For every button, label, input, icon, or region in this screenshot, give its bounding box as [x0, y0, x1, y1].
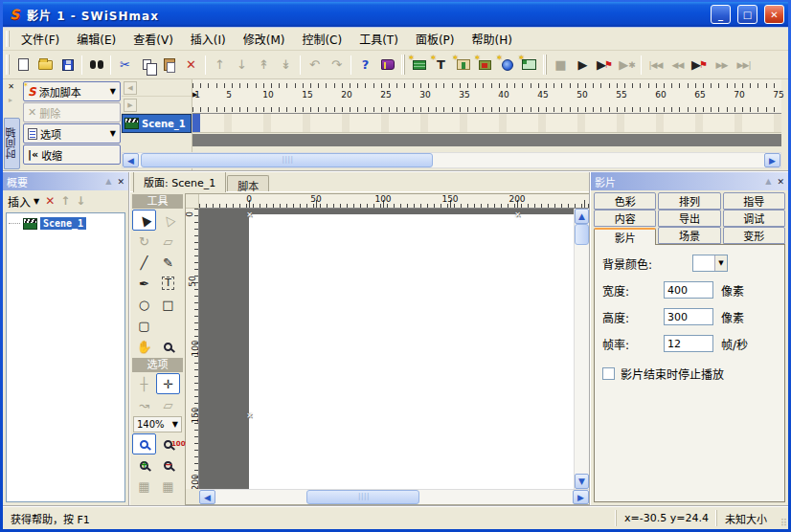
canvas-horizontal-scrollbar[interactable]: ◀ ▶ — [199, 489, 589, 504]
play-movie-button[interactable]: ▶⚑ — [594, 54, 616, 76]
tab-scene[interactable]: 场景 — [658, 227, 720, 244]
help-book-button[interactable] — [376, 54, 398, 76]
movie-close-icon[interactable]: ✕ — [777, 177, 784, 187]
text-tool[interactable]: T — [156, 273, 180, 294]
tab-content[interactable]: 内容 — [594, 210, 656, 227]
outline-insert-button[interactable]: 插入 — [8, 193, 31, 210]
show-grid-button[interactable]: ▦ — [132, 476, 156, 497]
frame-ruler[interactable]: ▶ 151015202530354045505560657075 — [192, 79, 781, 114]
context-help-button[interactable]: ? — [354, 54, 376, 76]
collapse-button[interactable]: |« 收缩 — [23, 144, 121, 165]
snap-option[interactable]: ┼ — [132, 373, 156, 394]
scale-tool[interactable]: ▱ — [156, 231, 180, 252]
scroll-right-arrow[interactable]: ▶ — [764, 153, 780, 167]
menu-file[interactable]: 文件(F) — [12, 28, 68, 50]
stop-at-end-checkbox[interactable] — [602, 367, 615, 380]
line-tool[interactable]: ╱ — [132, 252, 156, 273]
tab-script[interactable]: 脚本 — [227, 175, 269, 191]
menu-view[interactable]: 查看(V) — [124, 28, 182, 50]
timeline-close-button[interactable]: ✕ — [5, 81, 17, 94]
timeline-forward-button[interactable]: ▶ — [124, 99, 137, 112]
bg-color-swatch[interactable] — [693, 255, 714, 271]
insert-text-button[interactable]: ✶T — [430, 54, 452, 76]
menu-insert[interactable]: 插入(I) — [182, 28, 235, 50]
timeline-options-button[interactable]: 选项 ▼ — [23, 123, 121, 144]
zoom-tool[interactable] — [156, 336, 180, 357]
stage-corner-marker[interactable]: ✕ — [245, 211, 254, 219]
new-button[interactable] — [12, 54, 34, 76]
stage-viewport[interactable]: ✕ ✕ ✕ — [199, 209, 574, 489]
timeline-back-button[interactable]: ◀ — [124, 81, 137, 95]
next-frame-button[interactable]: ▶▶ — [711, 54, 733, 76]
chevron-down-icon[interactable]: ▼ — [714, 255, 727, 271]
undo-button[interactable]: ↶ — [304, 54, 326, 76]
pen-tool[interactable]: ✒ — [132, 273, 156, 294]
insert-image-button[interactable]: ✶ — [452, 54, 474, 76]
menu-tools[interactable]: 工具(T) — [350, 28, 407, 50]
tab-export[interactable]: 导出 — [658, 210, 720, 227]
select-tool[interactable]: ▲ — [132, 210, 156, 231]
stop-button[interactable]: ■ — [550, 54, 572, 76]
snap-grid-button[interactable]: ▦ — [156, 476, 180, 497]
stage-left-mid-marker[interactable]: ✕ — [245, 411, 254, 420]
play-to-flag-button[interactable]: ▶⚑ — [689, 54, 711, 76]
cut-button[interactable]: ✂ — [114, 54, 136, 76]
zoom-100-button[interactable]: 100% — [156, 433, 180, 454]
close-button[interactable]: ✕ — [764, 5, 784, 24]
menu-edit[interactable]: 编辑(E) — [68, 28, 124, 50]
zoom-out-button[interactable]: − — [156, 454, 180, 476]
pencil-tool[interactable]: ✎ — [156, 252, 180, 273]
add-script-button[interactable]: S 添加脚本 ▼ — [23, 81, 121, 101]
reshape-option[interactable]: ▱ — [156, 394, 180, 415]
scroll-down-arrow[interactable]: ▼ — [575, 474, 589, 489]
stage-top-mid-marker[interactable]: ✕ — [513, 211, 522, 219]
outline-move-up-button[interactable]: ↑ — [60, 194, 70, 208]
menu-panels[interactable]: 面板(P) — [407, 28, 463, 50]
delete-button[interactable]: ✕ — [180, 54, 202, 76]
tab-color[interactable]: 色彩 — [594, 192, 656, 210]
zoom-in-button[interactable]: + — [132, 454, 156, 476]
first-frame-button[interactable]: |◀◀ — [644, 54, 667, 76]
height-input[interactable] — [664, 308, 713, 325]
paste-button[interactable] — [158, 54, 180, 76]
tab-movie[interactable]: 影片 — [594, 228, 656, 245]
send-to-back-button[interactable]: ↡ — [275, 54, 297, 76]
scene-frames-track[interactable] — [192, 114, 781, 133]
transform-points-option[interactable]: ✛ — [156, 373, 180, 394]
framerate-input[interactable] — [664, 335, 713, 352]
menu-help[interactable]: 帮助(H) — [463, 28, 521, 50]
redo-button[interactable]: ↷ — [326, 54, 348, 76]
minimize-button[interactable]: _ — [711, 5, 731, 24]
move-down-button[interactable]: ↓ — [231, 54, 253, 76]
play-button[interactable]: ▶ — [572, 54, 594, 76]
timeline-scroll-thumb[interactable] — [141, 153, 433, 167]
last-frame-button[interactable]: ▶▶| — [733, 54, 755, 76]
stage[interactable] — [249, 214, 574, 489]
playback-toolbar-grip[interactable] — [543, 55, 547, 74]
toolbar-grip[interactable] — [6, 55, 10, 74]
delete-script-button[interactable]: ✕ 删除 — [23, 102, 121, 122]
timeline-vertical-tab[interactable]: 时间轴 — [4, 118, 20, 169]
bg-color-picker[interactable]: ▼ — [692, 255, 728, 272]
outline-tree[interactable]: Scene_1 — [6, 212, 125, 502]
scroll-left-arrow[interactable]: ◀ — [199, 490, 215, 504]
chevron-down-icon[interactable]: ▼ — [34, 197, 39, 206]
insert-animation-button[interactable]: ✶ — [518, 54, 540, 76]
scroll-left-arrow[interactable]: ◀ — [123, 153, 139, 167]
roundrect-tool[interactable]: ▢ — [132, 315, 156, 336]
horizontal-scroll-thumb[interactable] — [306, 490, 419, 504]
rotate-tool[interactable]: ↻ — [132, 231, 156, 252]
width-input[interactable] — [664, 281, 713, 299]
outline-delete-button[interactable]: ✕ — [45, 194, 55, 208]
tree-item-scene[interactable]: Scene_1 — [9, 217, 123, 230]
zoom-window-button[interactable] — [132, 433, 156, 454]
menubar-grip[interactable] — [6, 31, 10, 46]
menu-control[interactable]: 控制(C) — [293, 28, 350, 50]
outline-move-down-button[interactable]: ↓ — [76, 194, 85, 208]
insert-toolbar-grip[interactable] — [401, 55, 405, 74]
insert-sprite-button[interactable]: ✶ — [496, 54, 518, 76]
current-frame-cell[interactable] — [192, 114, 200, 132]
scroll-up-arrow[interactable]: ▲ — [575, 209, 589, 224]
open-button[interactable] — [34, 54, 56, 76]
timeline-scene-entry[interactable]: Scene_1 — [122, 114, 192, 133]
